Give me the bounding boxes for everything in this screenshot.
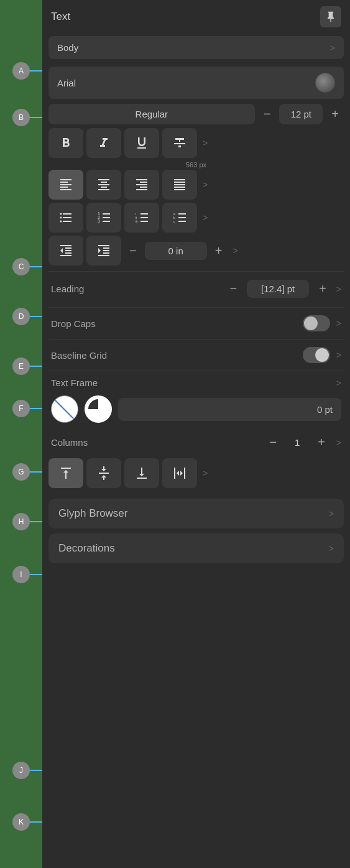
alignment-row: > — [42, 170, 350, 200]
page-title: Text — [51, 11, 70, 23]
glyph-browser-row[interactable]: Glyph Browser > — [48, 499, 344, 529]
columns-label: Columns — [51, 437, 88, 448]
numbered-list-button[interactable]: 1 2 3 — [86, 203, 121, 233]
indent-row: − 0 in + > — [42, 236, 350, 265]
stroke-value-text: 0 pt — [317, 404, 333, 415]
body-style-chevron: > — [330, 43, 335, 53]
baseline-grid-chevron: > — [336, 350, 341, 360]
indent-chevron: > — [230, 246, 237, 256]
leading-controls: − [12.4] pt + > — [224, 279, 341, 298]
font-section: Arial — [42, 64, 350, 104]
header: Text — [42, 0, 350, 34]
label-h: H — [12, 513, 30, 530]
columns-chevron: > — [336, 438, 341, 448]
body-style-section: Body > — [42, 34, 350, 64]
label-j: J — [12, 762, 30, 779]
label-a: A — [12, 62, 30, 80]
leading-label: Leading — [51, 284, 84, 294]
size-minus-button[interactable]: − — [259, 104, 276, 124]
color-icons-row: 0 pt — [42, 392, 350, 427]
indent-minus-button[interactable]: − — [124, 241, 142, 261]
v-align-middle-button[interactable] — [86, 458, 121, 488]
align-left-button[interactable] — [48, 170, 83, 200]
columns-minus-button[interactable]: − — [264, 433, 282, 452]
svg-text:iii: iii — [136, 219, 137, 223]
columns-count: 1 — [288, 437, 306, 448]
text-frame-row[interactable]: Text Frame > — [42, 374, 350, 392]
baseline-grid-row: Baseline Grid > — [42, 342, 350, 368]
divider-3 — [48, 339, 344, 339]
baseline-grid-knob — [315, 348, 329, 362]
align-center-button[interactable] — [86, 170, 121, 200]
drop-caps-row: Drop Caps > — [42, 310, 350, 336]
roman-list-button[interactable]: i ii iii — [124, 203, 159, 233]
baseline-grid-toggle[interactable] — [303, 347, 330, 363]
vertical-align-row: > — [42, 458, 350, 488]
underline-button[interactable] — [124, 128, 159, 158]
label-i: I — [12, 566, 30, 583]
vertical-align-chevron: > — [200, 468, 208, 478]
indent-increase-button[interactable] — [86, 236, 121, 265]
drop-caps-label: Drop Caps — [51, 318, 96, 329]
indent-plus-button[interactable]: + — [210, 241, 228, 261]
drop-caps-chevron: > — [336, 318, 341, 328]
stroke-fill-button[interactable] — [85, 395, 112, 423]
style-button[interactable]: Regular — [48, 104, 255, 124]
list-chevron: > — [200, 213, 208, 223]
divider-2 — [48, 307, 344, 308]
leading-value: [12.4] pt — [247, 280, 309, 298]
drop-caps-knob — [304, 316, 318, 330]
body-style-label: Body — [57, 42, 78, 53]
stroke-value: 0 pt — [118, 398, 341, 421]
leading-row: Leading − [12.4] pt + > — [42, 274, 350, 303]
format-row: > — [42, 128, 350, 158]
indent-decrease-button[interactable] — [48, 236, 83, 265]
body-style-button[interactable]: Body > — [48, 36, 344, 59]
sidebar: A B C D E F G H I J — [0, 0, 42, 868]
italic-button[interactable] — [86, 128, 121, 158]
glyph-browser-chevron: > — [329, 509, 334, 519]
columns-controls: − 1 + > — [264, 433, 341, 452]
bullet-list-button[interactable] — [48, 203, 83, 233]
indent-value: 0 in — [145, 242, 207, 260]
alpha-list-button[interactable]: a b c — [162, 203, 197, 233]
columns-plus-button[interactable]: + — [313, 433, 330, 452]
baseline-grid-label: Baseline Grid — [51, 350, 107, 361]
bold-button[interactable] — [48, 128, 83, 158]
label-k: K — [12, 813, 30, 831]
font-name-label: Arial — [57, 78, 76, 88]
v-align-top-button[interactable] — [48, 458, 83, 488]
size-display: 12 pt — [279, 104, 323, 124]
divider-1 — [48, 271, 344, 272]
label-g: G — [12, 463, 30, 481]
align-right-button[interactable] — [124, 170, 159, 200]
font-row[interactable]: Arial — [48, 67, 344, 99]
list-row: 1 2 3 i ii iii a b c — [42, 203, 350, 233]
decorations-row[interactable]: Decorations > — [48, 533, 344, 563]
label-c: C — [12, 258, 30, 275]
decorations-chevron: > — [329, 543, 334, 553]
svg-text:3: 3 — [98, 219, 100, 223]
align-justify-button[interactable] — [162, 170, 197, 200]
v-align-justify-button[interactable] — [162, 458, 197, 488]
drop-caps-toggle[interactable] — [303, 315, 330, 331]
alignment-chevron: > — [200, 180, 208, 190]
text-frame-chevron: > — [336, 378, 341, 388]
v-align-bottom-button[interactable] — [124, 458, 159, 488]
leading-minus-button[interactable]: − — [224, 279, 242, 298]
strikethrough-button[interactable] — [162, 128, 197, 158]
style-size-row: Regular − 12 pt + — [42, 104, 350, 124]
font-color-circle[interactable] — [315, 73, 335, 93]
size-plus-button[interactable]: + — [326, 104, 344, 124]
format-chevron: > — [200, 138, 208, 148]
pin-button[interactable] — [320, 6, 341, 27]
no-fill-button[interactable] — [51, 395, 78, 423]
main-panel: Text Body > Arial Regular − 12 pt + — [42, 0, 350, 868]
label-e: E — [12, 358, 30, 375]
drop-caps-right: > — [303, 315, 341, 331]
label-b: B — [12, 109, 30, 126]
leading-plus-button[interactable]: + — [314, 279, 331, 298]
svg-text:c: c — [173, 219, 175, 223]
decorations-label: Decorations — [58, 542, 115, 555]
columns-row: Columns − 1 + > — [42, 429, 350, 456]
